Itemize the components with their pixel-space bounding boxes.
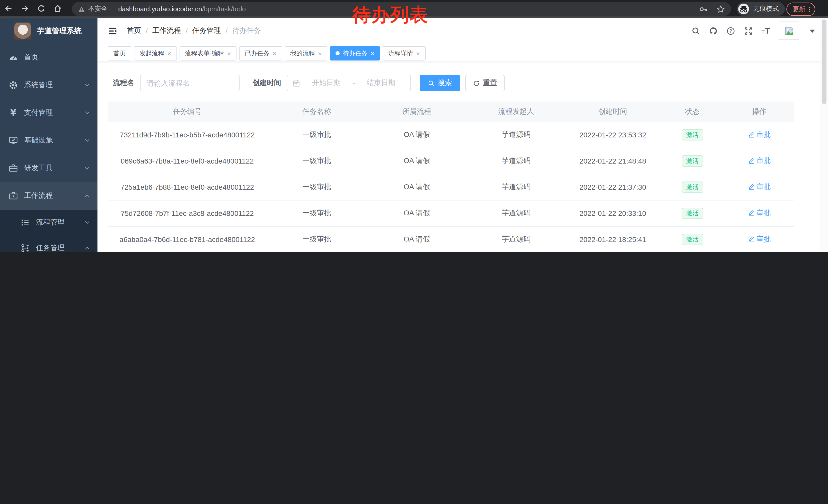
- close-icon[interactable]: ×: [318, 50, 322, 57]
- bookmark-star-icon[interactable]: [717, 5, 725, 13]
- approve-link[interactable]: 审批: [748, 235, 771, 244]
- approve-link[interactable]: 审批: [748, 156, 771, 166]
- tab-initiate-process[interactable]: 发起流程×: [134, 46, 177, 60]
- breadcrumb-item[interactable]: 任务管理: [192, 26, 221, 35]
- sidebar-item-infrastructure[interactable]: 基础设施: [0, 127, 97, 154]
- tab-home[interactable]: 首页: [108, 46, 131, 60]
- avatar[interactable]: [779, 21, 799, 40]
- sidebar-item-dev-tools[interactable]: 研发工具: [0, 154, 97, 182]
- browser-back-icon[interactable]: [4, 4, 13, 12]
- process-name-label: 流程名: [113, 79, 134, 88]
- browser-forward-icon[interactable]: [20, 4, 29, 12]
- app-logo[interactable]: 芋道管理系统: [0, 18, 97, 44]
- sidebar-collapse-icon[interactable]: [108, 26, 118, 36]
- breadcrumb-separator: /: [226, 27, 228, 35]
- tab-my-processes[interactable]: 我的流程×: [285, 46, 328, 60]
- pen-icon: [748, 236, 754, 243]
- sidebar-item-task-management[interactable]: 任务管理: [0, 235, 97, 252]
- search-icon[interactable]: [692, 27, 700, 35]
- search-button[interactable]: 搜索: [420, 75, 460, 91]
- incognito-badge: 无痕模式: [737, 2, 785, 16]
- task-id: 725a1eb6-7b88-11ec-8ef0-acde48001122: [108, 174, 267, 200]
- help-icon[interactable]: ?: [727, 27, 735, 35]
- pen-icon: [748, 158, 754, 164]
- broken-image-icon: [784, 26, 794, 36]
- close-icon[interactable]: ×: [227, 50, 231, 57]
- approve-link-label: 审批: [756, 209, 771, 218]
- sidebar-item-workflow[interactable]: 工作流程: [0, 182, 97, 210]
- sidebar-item-system-management[interactable]: 系统管理: [0, 71, 97, 99]
- tab-process-detail[interactable]: 流程详情×: [383, 46, 425, 60]
- breadcrumb-item[interactable]: 首页: [127, 26, 141, 35]
- browser-reload-icon[interactable]: [37, 4, 46, 12]
- browser-menu-icon[interactable]: [806, 6, 813, 12]
- action-cell: 审批: [724, 174, 794, 200]
- topbar-actions: ? TT: [692, 21, 817, 40]
- sidebar-item-label: 流程管理: [36, 218, 65, 227]
- sidebar-item-home[interactable]: 首页: [0, 44, 97, 71]
- close-icon[interactable]: ×: [371, 50, 374, 57]
- toolbox-icon: [9, 164, 18, 173]
- column-header: 操作: [724, 101, 794, 122]
- user-menu-caret-icon[interactable]: [808, 27, 817, 35]
- process-name: OA 请假: [367, 200, 467, 226]
- approve-link[interactable]: 审批: [748, 209, 771, 218]
- task-name: 一级审批: [267, 122, 367, 148]
- initiator: 芋道源码: [467, 174, 565, 200]
- chevron-down-icon: [84, 220, 90, 226]
- status-cell: 激活: [660, 174, 724, 200]
- create-time-label: 创建时间: [252, 79, 281, 88]
- initiator: 芋道源码: [467, 122, 565, 148]
- main-content: 首页/工作流程/任务管理/待办任务 ? TT 首页发起流程×流程表单-编辑×已办…: [97, 18, 828, 252]
- start-date-placeholder[interactable]: 开始日期: [302, 79, 350, 88]
- sidebar-item-process-management[interactable]: 流程管理: [0, 210, 97, 235]
- process-name: OA 请假: [367, 174, 467, 200]
- task-name: 一级审批: [267, 200, 367, 226]
- list-icon: [20, 218, 30, 227]
- tab-done-tasks[interactable]: 已办任务×: [239, 46, 282, 60]
- dashboard-icon: [9, 53, 18, 62]
- date-range-picker[interactable]: 开始日期 - 结束日期: [287, 75, 411, 91]
- browser-nav-icons: [4, 0, 62, 16]
- process-name-input[interactable]: [140, 75, 240, 91]
- close-icon[interactable]: ×: [273, 50, 276, 57]
- breadcrumb-item[interactable]: 工作流程: [152, 26, 181, 35]
- github-icon[interactable]: [709, 27, 718, 35]
- svg-text:T: T: [765, 27, 770, 35]
- update-button[interactable]: 更新: [786, 3, 815, 16]
- reset-button[interactable]: 重置: [465, 75, 505, 91]
- pen-icon: [748, 210, 754, 217]
- approve-link[interactable]: 审批: [748, 183, 771, 192]
- browser-home-icon[interactable]: [53, 4, 62, 12]
- scrollbar-thumb[interactable]: [822, 19, 826, 104]
- task-id: a6aba0a4-7b6d-11ec-b781-acde48001122: [108, 226, 267, 252]
- initiator: 芋道源码: [467, 226, 565, 252]
- fullscreen-icon[interactable]: [744, 27, 753, 35]
- process-name: OA 请假: [367, 122, 467, 148]
- annotation-overlay: 待办列表: [353, 3, 428, 28]
- sidebar-item-label: 系统管理: [24, 81, 53, 90]
- sidebar-menu: 首页系统管理¥支付管理基础设施研发工具工作流程流程管理任务管理我的流程待办任务已…: [0, 44, 97, 252]
- close-icon[interactable]: ×: [167, 50, 171, 57]
- scrollbar-track[interactable]: [820, 18, 828, 252]
- chevron-down-icon: [84, 82, 90, 88]
- yen-icon: ¥: [9, 108, 18, 118]
- status-badge: 激活: [681, 182, 703, 193]
- filter-bar: 流程名 创建时间 开始日期 - 结束日期 搜索 重置: [113, 75, 828, 91]
- not-secure-icon[interactable]: [78, 5, 85, 12]
- password-key-icon[interactable]: [699, 5, 707, 13]
- approve-link[interactable]: 审批: [748, 130, 771, 139]
- pen-icon: [748, 132, 754, 138]
- tab-process-form-edit[interactable]: 流程表单-编辑×: [179, 46, 237, 60]
- font-size-icon[interactable]: TT: [761, 27, 770, 35]
- address-bar-divider: [112, 5, 112, 13]
- close-icon[interactable]: ×: [416, 50, 420, 57]
- tab-todo-tasks[interactable]: 待办任务×: [330, 46, 380, 60]
- breadcrumb-separator: /: [146, 27, 148, 35]
- status-cell: 激活: [660, 148, 724, 174]
- sidebar: 芋道管理系统 首页系统管理¥支付管理基础设施研发工具工作流程流程管理任务管理我的…: [0, 18, 97, 252]
- sidebar-item-payment-management[interactable]: ¥支付管理: [0, 99, 97, 127]
- update-label: 更新: [793, 5, 805, 13]
- app-title: 芋道管理系统: [37, 26, 82, 36]
- end-date-placeholder[interactable]: 结束日期: [357, 79, 405, 88]
